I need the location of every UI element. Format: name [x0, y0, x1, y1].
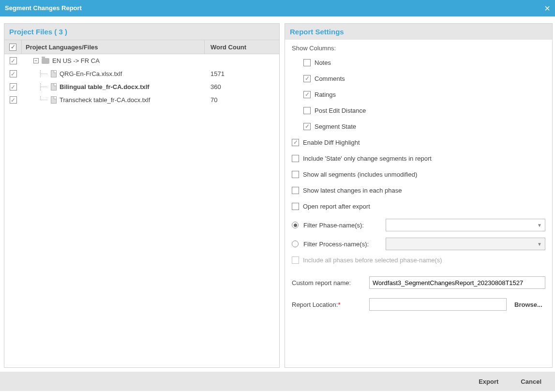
segment-state-label: Segment State [315, 123, 356, 130]
file-icon [51, 96, 57, 104]
report-settings-header: Report Settings [285, 24, 552, 40]
include-all-phases-checkbox [292, 256, 299, 264]
file-row[interactable]: Transcheck table_fr-CA.docx.txlf 70 [4, 93, 279, 106]
file-name: QRG-En-FrCa.xlsx.txlf [60, 70, 122, 77]
column-header-count: Word Count [205, 40, 279, 54]
include-all-phases-label: Include all phases before selected phase… [303, 256, 442, 264]
file-word-count: 1571 [205, 67, 279, 80]
file-checkbox[interactable] [10, 83, 17, 90]
comments-checkbox[interactable] [303, 75, 311, 82]
show-latest-checkbox[interactable] [292, 187, 299, 194]
cancel-button[interactable]: Cancel [521, 378, 541, 385]
filter-phase-radio[interactable] [292, 222, 299, 228]
enable-diff-checkbox[interactable] [292, 139, 299, 146]
ratings-label: Ratings [315, 91, 336, 98]
file-name: Bilingual table_fr-CA.docx.txlf [60, 83, 150, 90]
file-row[interactable]: QRG-En-FrCa.xlsx.txlf 1571 [4, 67, 279, 80]
custom-name-label: Custom report name: [292, 279, 364, 286]
filter-phase-label: Filter Phase-name(s): [303, 222, 381, 229]
file-icon [51, 70, 57, 77]
notes-checkbox[interactable] [303, 59, 311, 66]
file-checkbox[interactable] [10, 70, 17, 77]
file-name: Transcheck table_fr-CA.docx.txlf [60, 96, 150, 104]
open-after-label: Open report after export [303, 203, 370, 210]
open-after-checkbox[interactable] [292, 203, 299, 210]
file-word-count: 360 [205, 80, 279, 93]
project-files-header: Project Files ( 3 ) [4, 24, 279, 40]
ped-label: Post Edit Distance [315, 107, 366, 114]
column-header-name: Project Languages/Files [22, 40, 205, 54]
show-latest-label: Show latest changes in each phase [303, 187, 402, 194]
file-row[interactable]: Bilingual table_fr-CA.docx.txlf 360 [4, 80, 279, 93]
show-all-label: Show all segments (includes unmodified) [303, 171, 417, 178]
state-only-checkbox[interactable] [292, 155, 299, 162]
show-columns-label: Show Columns: [292, 45, 545, 52]
filter-process-label: Filter Process-name(s): [303, 241, 381, 248]
filter-phase-select[interactable]: ▼ [386, 219, 545, 231]
report-location-input[interactable] [369, 298, 507, 311]
comments-label: Comments [315, 75, 345, 82]
ped-checkbox[interactable] [303, 107, 311, 114]
close-icon[interactable]: × [544, 0, 550, 16]
folder-label: EN US -> FR CA [52, 57, 100, 64]
file-word-count: 70 [205, 93, 279, 106]
language-folder-row[interactable]: EN US -> FR CA [4, 54, 279, 67]
chevron-down-icon: ▼ [537, 223, 542, 228]
segment-state-checkbox[interactable] [303, 123, 311, 130]
browse-button[interactable]: Browse... [511, 299, 545, 310]
folder-checkbox[interactable] [10, 57, 17, 64]
project-files-panel: Project Files ( 3 ) Project Languages/Fi… [4, 23, 280, 368]
filter-process-radio[interactable] [292, 241, 299, 247]
ratings-checkbox[interactable] [303, 91, 311, 98]
folder-icon [42, 58, 49, 64]
dialog-title: Segment Changes Report [5, 0, 82, 16]
notes-label: Notes [315, 59, 331, 66]
chevron-down-icon: ▼ [537, 241, 542, 247]
show-all-checkbox[interactable] [292, 171, 299, 178]
file-checkbox[interactable] [10, 96, 17, 104]
enable-diff-label: Enable Diff Highlight [303, 139, 360, 146]
select-all-checkbox[interactable] [9, 44, 16, 51]
export-button[interactable]: Export [479, 378, 498, 385]
collapse-icon[interactable] [33, 58, 39, 63]
filter-process-select: ▼ [386, 238, 545, 250]
report-settings-panel: Report Settings Show Columns: Notes Comm… [285, 23, 553, 368]
report-location-label: Report Location:* [292, 301, 364, 308]
custom-name-input[interactable] [369, 276, 545, 289]
file-icon [51, 83, 57, 90]
state-only-label: Include 'State' only change segments in … [303, 155, 432, 162]
